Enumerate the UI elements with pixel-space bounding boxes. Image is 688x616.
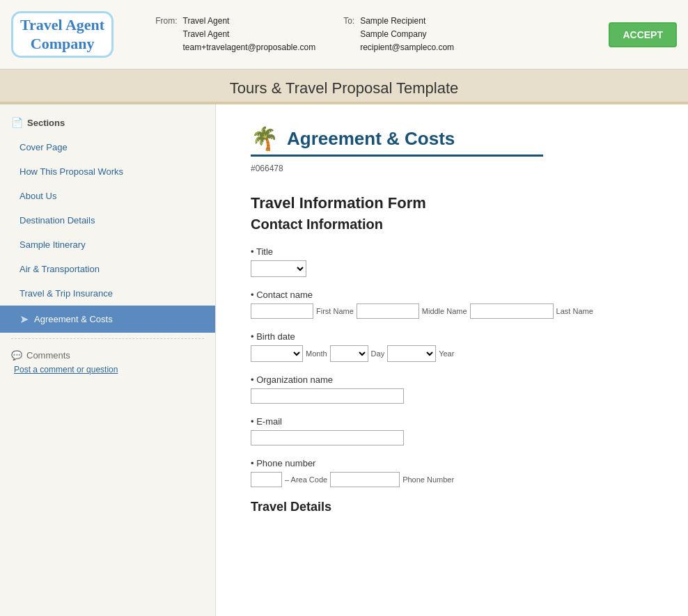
sidebar: 📄 Sections Cover Page How This Proposal … bbox=[0, 104, 216, 616]
org-name-input[interactable] bbox=[251, 388, 404, 404]
first-name-label: First Name bbox=[316, 307, 354, 315]
sidebar-item-how-proposal-works[interactable]: How This Proposal Works bbox=[0, 159, 215, 184]
sidebar-item-sample-itinerary[interactable]: Sample Itinerary bbox=[0, 232, 215, 257]
sections-label: Sections bbox=[27, 118, 65, 128]
birth-date-label: Birth date bbox=[251, 331, 653, 342]
last-name-input[interactable] bbox=[470, 303, 554, 319]
title-label: Title bbox=[251, 246, 653, 257]
accept-button[interactable]: ACCEPT bbox=[609, 22, 677, 47]
form-title: Travel Information Form bbox=[251, 194, 653, 212]
section-heading: Agreement & Costs bbox=[287, 128, 455, 150]
contact-name-row: First Name Middle Name Last Name bbox=[251, 303, 653, 319]
title-field-group: Title Mr. Mrs. Ms. Dr. bbox=[251, 246, 653, 277]
to-company: Sample Company bbox=[360, 28, 454, 41]
phone-number-label: Phone Number bbox=[402, 475, 454, 484]
proposal-number: #066478 bbox=[251, 164, 653, 173]
comments-label: Comments bbox=[26, 350, 70, 361]
phone-field-group: Phone number – Area Code Phone Number bbox=[251, 458, 653, 487]
logo-text: Travel Agent Company bbox=[20, 16, 104, 53]
birth-date-row: JanFebMar AprMayJun JulAugSep OctNovDec … bbox=[251, 345, 653, 362]
from-label: From: bbox=[155, 15, 177, 55]
email-field-group: E-mail bbox=[251, 416, 653, 445]
last-name-label: Last Name bbox=[556, 307, 593, 315]
from-info: Travel Agent Travel Agent team+travelage… bbox=[183, 15, 316, 55]
area-code-label: – Area Code bbox=[285, 475, 327, 484]
to-info: Sample Recipient Sample Company recipien… bbox=[360, 15, 454, 55]
area-code-input[interactable] bbox=[251, 472, 282, 487]
title-select[interactable]: Mr. Mrs. Ms. Dr. bbox=[251, 260, 306, 277]
first-name-input[interactable] bbox=[251, 303, 313, 319]
title-underline bbox=[251, 155, 543, 157]
birth-date-field-group: Birth date JanFebMar AprMayJun JulAugSep… bbox=[251, 331, 653, 362]
comments-icon: 💬 bbox=[11, 350, 22, 361]
year-label: Year bbox=[439, 349, 454, 358]
sidebar-divider bbox=[11, 338, 204, 339]
phone-label: Phone number bbox=[251, 458, 653, 468]
middle-name-input[interactable] bbox=[357, 303, 419, 319]
from-block: From: Travel Agent Travel Agent team+tra… bbox=[155, 15, 315, 55]
sidebar-item-agreement-costs[interactable]: ➤ Agreement & Costs bbox=[0, 306, 215, 333]
day-select[interactable]: 12345 bbox=[330, 345, 368, 362]
sidebar-item-about-us[interactable]: About Us bbox=[0, 184, 215, 208]
contact-name-field-group: Contact name First Name Middle Name Last… bbox=[251, 290, 653, 319]
form-container: Travel Information Form Contact Informat… bbox=[251, 194, 653, 514]
to-label: To: bbox=[343, 15, 354, 55]
form-subtitle: Contact Information bbox=[251, 216, 653, 232]
comments-header: 💬 Comments bbox=[11, 350, 204, 361]
org-name-label: Organization name bbox=[251, 374, 653, 385]
phone-row: – Area Code Phone Number bbox=[251, 472, 653, 487]
month-select[interactable]: JanFebMar AprMayJun JulAugSep OctNovDec bbox=[251, 345, 303, 362]
email-input[interactable] bbox=[251, 430, 404, 445]
post-comment-link[interactable]: Post a comment or question bbox=[11, 365, 204, 374]
sidebar-item-air-transportation[interactable]: Air & Transportation bbox=[0, 257, 215, 281]
logo: Travel Agent Company bbox=[11, 11, 114, 58]
travel-details-group: Travel Details bbox=[251, 500, 653, 514]
sections-icon: 📄 bbox=[11, 117, 23, 128]
sidebar-item-cover-page[interactable]: Cover Page bbox=[0, 135, 215, 159]
active-arrow-icon: ➤ bbox=[19, 313, 29, 326]
year-select[interactable]: 2024202320001990 bbox=[387, 345, 436, 362]
sidebar-item-destination-details[interactable]: Destination Details bbox=[0, 208, 215, 232]
page-title: Tours & Travel Proposal Template bbox=[0, 70, 688, 102]
from-company: Travel Agent bbox=[183, 28, 316, 41]
to-email: recipient@sampleco.com bbox=[360, 41, 454, 54]
org-name-field-group: Organization name bbox=[251, 374, 653, 404]
travel-details-label: Travel Details bbox=[251, 500, 653, 514]
sections-header: 📄 Sections bbox=[0, 113, 215, 135]
month-label: Month bbox=[306, 349, 327, 358]
email-label: E-mail bbox=[251, 416, 653, 427]
sidebar-item-travel-trip-insurance[interactable]: Travel & Trip Insurance bbox=[0, 281, 215, 306]
header: Travel Agent Company From: Travel Agent … bbox=[0, 0, 688, 70]
day-label: Day bbox=[371, 349, 385, 358]
from-to-area: From: Travel Agent Travel Agent team+tra… bbox=[155, 15, 609, 55]
main-layout: 📄 Sections Cover Page How This Proposal … bbox=[0, 104, 688, 616]
content-area: 🌴 Agreement & Costs #066478 Travel Infor… bbox=[216, 104, 688, 616]
to-block: To: Sample Recipient Sample Company reci… bbox=[343, 15, 454, 55]
section-title-row: 🌴 Agreement & Costs bbox=[251, 125, 653, 152]
middle-name-label: Middle Name bbox=[422, 307, 467, 315]
to-name: Sample Recipient bbox=[360, 15, 454, 28]
contact-name-label: Contact name bbox=[251, 290, 653, 300]
comments-section: 💬 Comments Post a comment or question bbox=[0, 345, 215, 380]
from-name: Travel Agent bbox=[183, 15, 316, 28]
from-email: team+travelagent@proposable.com bbox=[183, 41, 316, 54]
section-palm-icon: 🌴 bbox=[251, 125, 279, 152]
phone-number-input[interactable] bbox=[330, 472, 400, 487]
